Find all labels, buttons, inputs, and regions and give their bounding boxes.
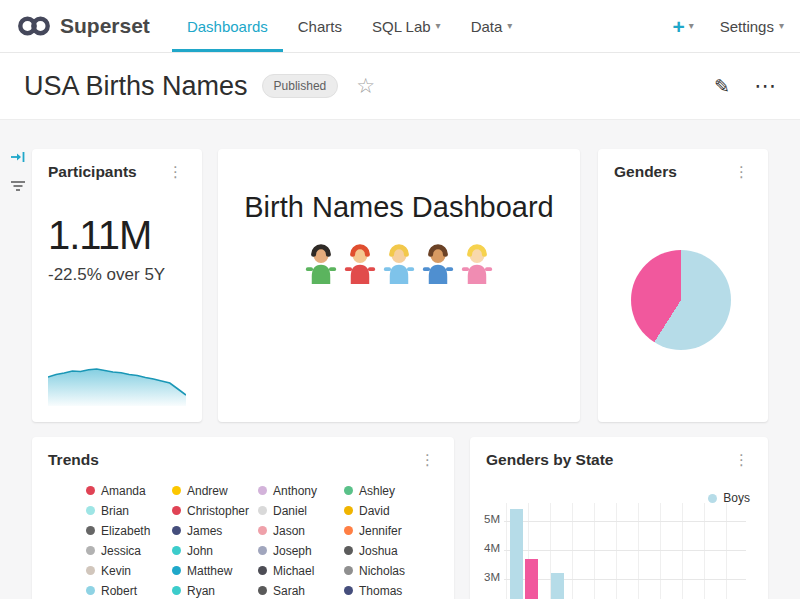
edit-pencil-icon[interactable]: ✎ xyxy=(714,75,730,98)
trend-legend-item[interactable]: Daniel xyxy=(258,504,344,517)
legend-label: Brian xyxy=(101,504,129,518)
chevron-down-icon: ▾ xyxy=(507,21,512,31)
card-header: Participants ⋮ xyxy=(48,163,186,181)
markdown-heading: Birth Names Dashboard xyxy=(234,191,564,224)
trend-legend-item[interactable]: David xyxy=(344,504,430,517)
trend-legend-item[interactable]: Jason xyxy=(258,524,344,537)
vertical-gridline xyxy=(682,503,683,599)
legend-label: Michael xyxy=(273,564,314,578)
trend-legend-item[interactable]: Ryan xyxy=(172,584,258,597)
legend-dot xyxy=(86,586,95,595)
vertical-gridline xyxy=(594,503,595,599)
legend-label: Thomas xyxy=(359,584,402,598)
trend-legend-item[interactable]: Matthew xyxy=(172,564,258,577)
kid-figure-icon xyxy=(343,242,377,284)
more-ellipsis-icon[interactable]: ⋯ xyxy=(754,75,776,97)
horizontal-gridline xyxy=(504,521,746,522)
kids-row xyxy=(234,242,564,284)
legend-dot xyxy=(344,546,353,555)
page-title: USA Births Names xyxy=(24,71,248,102)
chevron-down-icon: ▾ xyxy=(779,21,784,31)
legend-label: Andrew xyxy=(187,484,228,498)
header-actions: ✎ ⋯ xyxy=(714,75,776,98)
sparkline-area xyxy=(48,369,186,406)
bar-girls[interactable] xyxy=(525,559,538,599)
genders-by-state-card: Genders by State ⋮ Boys 5M4M3M xyxy=(470,437,768,599)
legend-dot xyxy=(172,546,181,555)
y-tick-label: 4M xyxy=(472,542,500,554)
trend-legend-item[interactable]: Anthony xyxy=(258,484,344,497)
brand-name: Superset xyxy=(60,14,150,38)
card-title: Participants xyxy=(48,163,137,181)
new-button[interactable]: + ▾ xyxy=(672,16,693,37)
card-header: Genders ⋮ xyxy=(614,163,752,181)
bar-boys[interactable] xyxy=(551,573,564,599)
trend-legend-item[interactable]: Andrew xyxy=(172,484,258,497)
nav-item-dashboards[interactable]: Dashboards xyxy=(172,0,283,52)
horizontal-gridline xyxy=(504,579,746,580)
trend-legend-item[interactable]: Robert xyxy=(86,584,172,597)
vertical-gridline xyxy=(572,503,573,599)
state-plot[interactable]: 5M4M3M xyxy=(486,501,750,599)
trend-legend-item[interactable]: Elizabeth xyxy=(86,524,172,537)
legend-label: Ashley xyxy=(359,484,395,498)
trend-legend-item[interactable]: Amanda xyxy=(86,484,172,497)
nav-label: Data xyxy=(471,18,503,35)
expand-filter-bar-icon[interactable] xyxy=(10,150,26,164)
trend-legend-item[interactable]: Christopher xyxy=(172,504,258,517)
trend-legend-item[interactable]: Ashley xyxy=(344,484,430,497)
trend-legend-item[interactable]: Nicholas xyxy=(344,564,430,577)
trend-legend-item[interactable]: Brian xyxy=(86,504,172,517)
trend-legend-item[interactable]: Kevin xyxy=(86,564,172,577)
nav-item-data[interactable]: Data ▾ xyxy=(456,0,528,52)
trend-legend-item[interactable]: John xyxy=(172,544,258,557)
nav-item-charts[interactable]: Charts xyxy=(283,0,357,52)
kebab-menu-icon[interactable]: ⋮ xyxy=(731,163,752,180)
legend-dot xyxy=(258,526,267,535)
legend-dot xyxy=(258,546,267,555)
card-title: Genders xyxy=(614,163,677,181)
status-badge[interactable]: Published xyxy=(262,74,339,98)
vertical-gridline xyxy=(638,503,639,599)
trend-legend-item[interactable]: Michael xyxy=(258,564,344,577)
y-tick-label: 5M xyxy=(472,513,500,525)
nav-item-sql-lab[interactable]: SQL Lab ▾ xyxy=(357,0,456,52)
markdown-card: Birth Names Dashboard xyxy=(218,149,580,422)
kebab-menu-icon[interactable]: ⋮ xyxy=(165,163,186,180)
legend-label: John xyxy=(187,544,213,558)
legend-label: Ryan xyxy=(187,584,215,598)
legend-label: Robert xyxy=(101,584,137,598)
card-header: Trends ⋮ xyxy=(48,451,438,469)
trend-legend-item[interactable]: Jessica xyxy=(86,544,172,557)
trend-legend-item[interactable]: Thomas xyxy=(344,584,430,597)
superset-logo-icon xyxy=(16,14,52,38)
filter-icon[interactable] xyxy=(10,180,26,192)
legend-dot xyxy=(86,566,95,575)
legend-dot xyxy=(344,566,353,575)
trend-legend-item[interactable]: Jennifer xyxy=(344,524,430,537)
trend-legend-item[interactable]: Sarah xyxy=(258,584,344,597)
participants-trendline-chart[interactable] xyxy=(48,344,186,406)
genders-card: Genders ⋮ xyxy=(598,149,768,422)
legend-dot xyxy=(86,486,95,495)
legend-dot xyxy=(86,526,95,535)
settings-menu[interactable]: Settings ▾ xyxy=(720,18,784,35)
vertical-gridline xyxy=(726,503,727,599)
trend-legend-item[interactable]: James xyxy=(172,524,258,537)
favorite-star-icon[interactable]: ☆ xyxy=(356,74,375,98)
kebab-menu-icon[interactable]: ⋮ xyxy=(417,451,438,468)
bar-boys[interactable] xyxy=(510,509,523,599)
trend-legend-item[interactable]: Joshua xyxy=(344,544,430,557)
trend-legend-item[interactable]: Joseph xyxy=(258,544,344,557)
legend-label: Daniel xyxy=(273,504,307,518)
legend-dot xyxy=(258,486,267,495)
kebab-menu-icon[interactable]: ⋮ xyxy=(731,451,752,468)
brand[interactable]: Superset xyxy=(16,0,150,52)
legend-dot xyxy=(172,506,181,515)
legend-dot xyxy=(172,566,181,575)
vertical-gridline xyxy=(506,503,507,599)
genders-pie[interactable] xyxy=(631,250,731,350)
legend-label: James xyxy=(187,524,222,538)
legend-dot xyxy=(258,586,267,595)
legend-label: Sarah xyxy=(273,584,305,598)
